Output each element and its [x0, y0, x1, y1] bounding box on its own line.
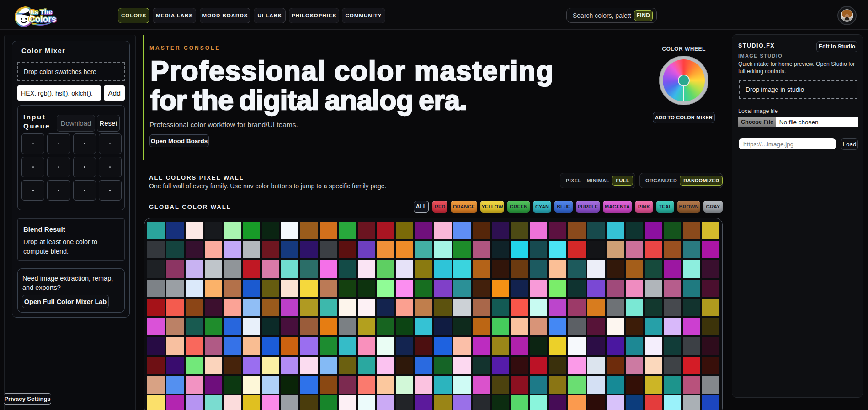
svg-text:Colors: Colors [29, 14, 56, 24]
